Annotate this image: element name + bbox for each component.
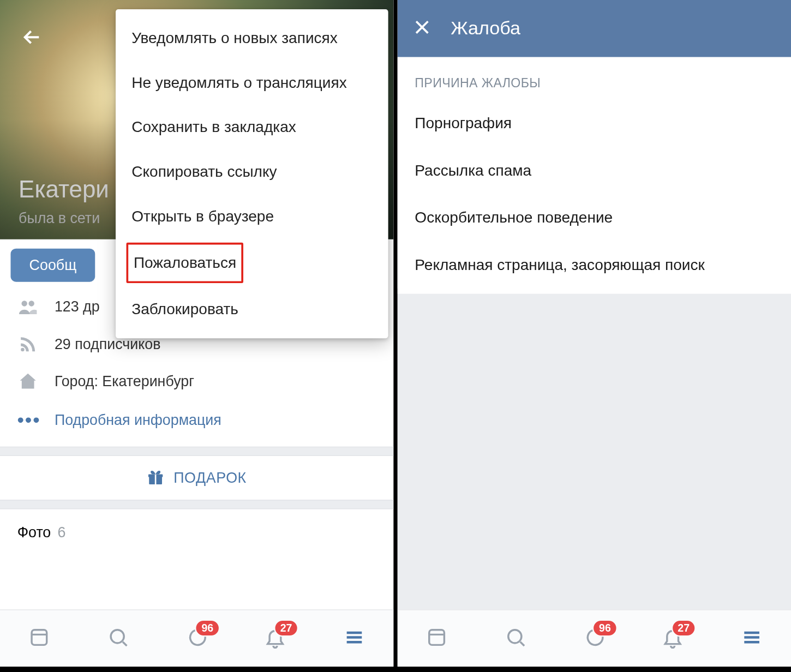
menu-item-bookmark[interactable]: Сохранить в закладках — [116, 105, 388, 150]
nav-feed[interactable] — [28, 626, 50, 651]
section-separator — [0, 500, 393, 509]
menu-item-report[interactable]: Пожаловаться — [127, 243, 244, 283]
hamburger-icon — [343, 626, 365, 648]
notifications-badge: 27 — [671, 619, 696, 637]
notifications-badge: 27 — [273, 619, 298, 637]
city-row[interactable]: Город: Екатеринбург — [0, 363, 393, 400]
nav-search[interactable] — [504, 626, 526, 651]
nav-messages[interactable]: 96 — [185, 626, 208, 651]
nav-menu[interactable] — [343, 626, 365, 651]
photos-label: Фото — [17, 524, 51, 541]
menu-item-block[interactable]: Заблокировать — [116, 287, 388, 332]
reason-list: Порнография Рассылка спама Оскорбительно… — [398, 100, 791, 289]
appbar-title: Жалоба — [451, 18, 520, 39]
gift-label: ПОДАРОК — [173, 469, 247, 487]
friends-text: 123 др — [55, 298, 100, 316]
appbar: Жалоба — [398, 0, 791, 57]
last-seen-status: была в сети — [19, 210, 100, 227]
reason-offensive[interactable]: Оскорбительное поведение — [398, 194, 791, 242]
messages-badge: 96 — [592, 619, 618, 637]
profile-name: Екатери — [19, 176, 109, 203]
menu-item-no-notify-live[interactable]: Не уведомлять о трансляциях — [116, 61, 388, 105]
reason-ad-page[interactable]: Рекламная страница, засоряющая поиск — [398, 241, 791, 289]
close-icon — [412, 17, 432, 38]
nav-messages[interactable]: 96 — [583, 626, 606, 651]
bottom-nav: 96 27 — [398, 609, 791, 667]
more-info-label: Подробная информация — [55, 411, 221, 429]
message-button[interactable]: Сообщ — [10, 249, 95, 282]
svg-point-7 — [111, 629, 124, 643]
menu-item-copy-link[interactable]: Скопировать ссылку — [116, 149, 388, 194]
section-title-reason: ПРИЧИНА ЖАЛОБЫ — [398, 57, 791, 100]
gift-icon — [147, 469, 164, 487]
nav-notifications[interactable]: 27 — [264, 626, 286, 651]
svg-point-9 — [508, 629, 521, 643]
menu-item-notify-posts[interactable]: Уведомлять о новых записях — [116, 16, 388, 61]
ellipsis-icon: ••• — [17, 410, 39, 431]
nav-search[interactable] — [107, 626, 129, 651]
vertical-divider — [393, 0, 397, 667]
overflow-menu: Уведомлять о новых записях Не уведомлять… — [116, 9, 388, 338]
photos-header[interactable]: Фото 6 — [0, 509, 393, 548]
rss-icon — [17, 334, 39, 355]
nav-feed[interactable] — [426, 626, 448, 651]
section-separator — [0, 447, 393, 456]
search-icon — [504, 626, 526, 648]
phone-right-report: Жалоба ПРИЧИНА ЖАЛОБЫ Порнография Рассыл… — [398, 0, 791, 667]
phone-left-profile: Екатери была в сети Сообщ 123 др 29 подп… — [0, 0, 393, 667]
close-button[interactable] — [412, 17, 432, 40]
bottom-nav: 96 27 — [0, 609, 393, 667]
menu-item-open-browser[interactable]: Открыть в браузере — [116, 194, 388, 239]
messages-badge: 96 — [195, 619, 220, 637]
feed-icon — [426, 626, 448, 648]
hamburger-icon — [740, 626, 763, 648]
home-icon — [17, 371, 39, 392]
nav-menu[interactable] — [740, 626, 763, 651]
feed-icon — [28, 626, 50, 648]
svg-rect-5 — [155, 475, 157, 484]
photos-count: 6 — [57, 524, 65, 541]
svg-point-1 — [28, 301, 34, 306]
city-text: Город: Екатеринбург — [55, 373, 194, 391]
svg-rect-8 — [429, 629, 445, 645]
reason-pornography[interactable]: Порнография — [398, 100, 791, 147]
gift-button[interactable]: ПОДАРОК — [0, 456, 393, 500]
nav-notifications[interactable]: 27 — [662, 626, 684, 651]
more-info-row[interactable]: ••• Подробная информация — [0, 400, 393, 440]
reason-spam[interactable]: Рассылка спама — [398, 147, 791, 194]
back-button[interactable] — [20, 25, 44, 52]
search-icon — [107, 626, 129, 648]
arrow-left-icon — [20, 25, 44, 49]
friends-icon — [17, 296, 39, 317]
svg-point-0 — [21, 301, 27, 306]
message-button-label: Сообщ — [29, 256, 77, 273]
svg-point-2 — [21, 348, 24, 351]
svg-rect-6 — [32, 629, 47, 645]
